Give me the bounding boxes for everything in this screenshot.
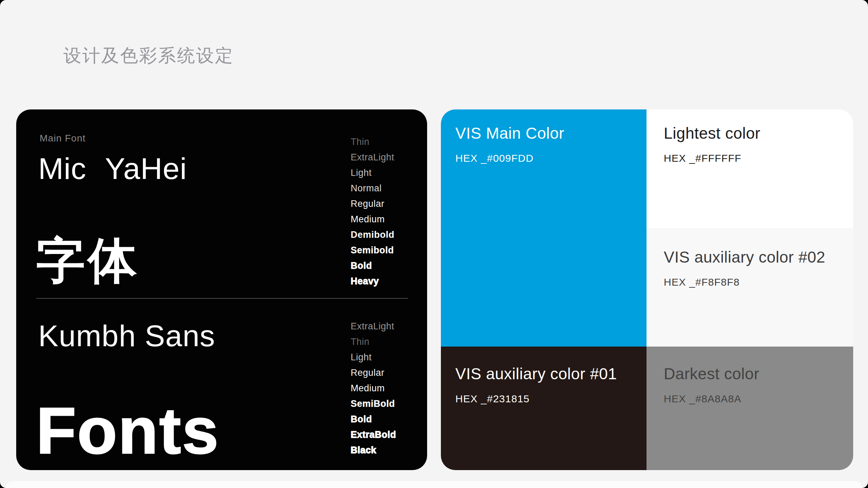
swatch-hex-value: HEX _#8A8A8A: [664, 393, 853, 405]
font-card: Main Font Mic YaHei 字体 Thin ExtraLight L…: [16, 109, 427, 470]
weight-item: Normal: [351, 181, 394, 196]
weight-item: Black: [351, 443, 396, 458]
cjk-font-specimen: 字体: [36, 236, 140, 285]
swatch-hex-value: HEX _#009FDD: [455, 152, 647, 165]
swatch-vis-main-color: VIS Main Color HEX _#009FDD: [441, 109, 647, 347]
weight-item: Light: [351, 165, 394, 181]
latin-font-specimen: Fonts: [36, 398, 219, 463]
swatch-title: VIS Main Color: [455, 123, 647, 143]
weight-item: Bold: [351, 412, 396, 427]
weight-item: Semibold: [351, 243, 394, 258]
font-card-divider: [36, 298, 408, 299]
weight-item: SemiBold: [351, 396, 396, 412]
weight-item: Regular: [351, 196, 394, 212]
swatch-darkest-color: Darkest color HEX _#8A8A8A: [647, 347, 853, 470]
design-system-page: 设计及色彩系统设定 Main Font Mic YaHei 字体 Thin Ex…: [0, 0, 868, 488]
weight-item: ExtraLight: [351, 319, 396, 334]
swatch-title: Darkest color: [664, 364, 853, 384]
main-font-label: Main Font: [40, 133, 86, 144]
swatch-auxiliary-color-01: VIS auxiliary color #01 HEX _#231815: [441, 347, 647, 470]
swatch-auxiliary-color-02: VIS auxiliary color #02 HEX _#F8F8F8: [647, 228, 853, 347]
weight-item: Regular: [351, 365, 396, 381]
weight-item: ExtraLight: [351, 150, 394, 165]
swatch-hex-value: HEX _#231815: [455, 393, 647, 405]
color-panel: VIS Main Color HEX _#009FDD Lightest col…: [441, 109, 853, 470]
page-title: 设计及色彩系统设定: [63, 44, 234, 67]
secondary-font-weight-list: ExtraLight Thin Light Regular Medium Sem…: [351, 319, 396, 458]
weight-item: Thin: [351, 134, 394, 150]
swatch-title: VIS auxiliary color #02: [664, 247, 853, 267]
swatch-title: Lightest color: [664, 123, 853, 143]
next-section-peek: [6, 481, 862, 488]
weight-item: Medium: [351, 381, 396, 396]
swatch-lightest-color: Lightest color HEX _#FFFFFF: [647, 109, 853, 228]
secondary-font-name: Kumbh Sans: [38, 321, 215, 351]
weight-item: Medium: [351, 212, 394, 227]
swatch-hex-value: HEX _#F8F8F8: [664, 276, 853, 288]
main-font-weight-list: Thin ExtraLight Light Normal Regular Med…: [351, 134, 394, 289]
swatch-hex-value: HEX _#FFFFFF: [664, 152, 853, 165]
weight-item: Thin: [351, 334, 396, 350]
weight-item: Bold: [351, 258, 394, 274]
main-font-name: Mic YaHei: [38, 153, 187, 184]
screenshot-stage: 设计及色彩系统设定 Main Font Mic YaHei 字体 Thin Ex…: [0, 0, 868, 488]
swatch-title: VIS auxiliary color #01: [455, 364, 647, 384]
weight-item: Heavy: [351, 274, 394, 289]
weight-item: ExtraBold: [351, 427, 396, 443]
weight-item: Demibold: [351, 227, 394, 243]
weight-item: Light: [351, 350, 396, 365]
